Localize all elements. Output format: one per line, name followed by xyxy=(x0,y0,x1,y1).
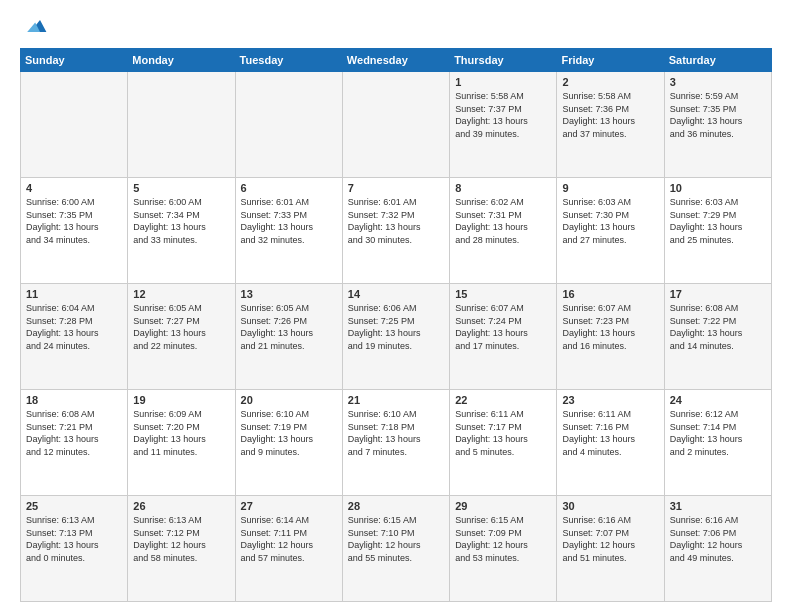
calendar-cell: 17Sunrise: 6:08 AMSunset: 7:22 PMDayligh… xyxy=(664,284,771,390)
page: SundayMondayTuesdayWednesdayThursdayFrid… xyxy=(0,0,792,612)
day-number: 6 xyxy=(241,182,337,194)
calendar-cell: 31Sunrise: 6:16 AMSunset: 7:06 PMDayligh… xyxy=(664,496,771,602)
weekday-header-sunday: Sunday xyxy=(21,49,128,72)
calendar-cell: 26Sunrise: 6:13 AMSunset: 7:12 PMDayligh… xyxy=(128,496,235,602)
calendar-cell: 2Sunrise: 5:58 AMSunset: 7:36 PMDaylight… xyxy=(557,72,664,178)
calendar-cell: 1Sunrise: 5:58 AMSunset: 7:37 PMDaylight… xyxy=(450,72,557,178)
calendar-week-5: 25Sunrise: 6:13 AMSunset: 7:13 PMDayligh… xyxy=(21,496,772,602)
day-number: 27 xyxy=(241,500,337,512)
day-number: 25 xyxy=(26,500,122,512)
day-info: Sunrise: 6:13 AMSunset: 7:12 PMDaylight:… xyxy=(133,514,229,564)
day-info: Sunrise: 6:03 AMSunset: 7:30 PMDaylight:… xyxy=(562,196,658,246)
calendar-cell: 3Sunrise: 5:59 AMSunset: 7:35 PMDaylight… xyxy=(664,72,771,178)
calendar-cell: 16Sunrise: 6:07 AMSunset: 7:23 PMDayligh… xyxy=(557,284,664,390)
calendar-cell: 25Sunrise: 6:13 AMSunset: 7:13 PMDayligh… xyxy=(21,496,128,602)
calendar-week-4: 18Sunrise: 6:08 AMSunset: 7:21 PMDayligh… xyxy=(21,390,772,496)
calendar-cell: 11Sunrise: 6:04 AMSunset: 7:28 PMDayligh… xyxy=(21,284,128,390)
calendar-cell: 15Sunrise: 6:07 AMSunset: 7:24 PMDayligh… xyxy=(450,284,557,390)
logo-icon xyxy=(24,16,48,40)
day-info: Sunrise: 5:59 AMSunset: 7:35 PMDaylight:… xyxy=(670,90,766,140)
calendar-cell xyxy=(21,72,128,178)
day-info: Sunrise: 6:08 AMSunset: 7:22 PMDaylight:… xyxy=(670,302,766,352)
calendar-cell: 22Sunrise: 6:11 AMSunset: 7:17 PMDayligh… xyxy=(450,390,557,496)
day-info: Sunrise: 6:11 AMSunset: 7:17 PMDaylight:… xyxy=(455,408,551,458)
day-number: 31 xyxy=(670,500,766,512)
day-number: 1 xyxy=(455,76,551,88)
day-number: 26 xyxy=(133,500,229,512)
day-number: 13 xyxy=(241,288,337,300)
day-number: 17 xyxy=(670,288,766,300)
day-info: Sunrise: 6:07 AMSunset: 7:23 PMDaylight:… xyxy=(562,302,658,352)
day-number: 20 xyxy=(241,394,337,406)
header xyxy=(20,16,772,40)
calendar-cell: 27Sunrise: 6:14 AMSunset: 7:11 PMDayligh… xyxy=(235,496,342,602)
day-number: 28 xyxy=(348,500,444,512)
calendar-cell: 6Sunrise: 6:01 AMSunset: 7:33 PMDaylight… xyxy=(235,178,342,284)
calendar-week-3: 11Sunrise: 6:04 AMSunset: 7:28 PMDayligh… xyxy=(21,284,772,390)
calendar-cell: 8Sunrise: 6:02 AMSunset: 7:31 PMDaylight… xyxy=(450,178,557,284)
day-info: Sunrise: 6:09 AMSunset: 7:20 PMDaylight:… xyxy=(133,408,229,458)
day-number: 24 xyxy=(670,394,766,406)
weekday-header-row: SundayMondayTuesdayWednesdayThursdayFrid… xyxy=(21,49,772,72)
day-info: Sunrise: 6:16 AMSunset: 7:06 PMDaylight:… xyxy=(670,514,766,564)
day-info: Sunrise: 6:16 AMSunset: 7:07 PMDaylight:… xyxy=(562,514,658,564)
calendar-cell: 9Sunrise: 6:03 AMSunset: 7:30 PMDaylight… xyxy=(557,178,664,284)
calendar-cell xyxy=(128,72,235,178)
day-info: Sunrise: 6:15 AMSunset: 7:09 PMDaylight:… xyxy=(455,514,551,564)
day-number: 29 xyxy=(455,500,551,512)
calendar-cell: 10Sunrise: 6:03 AMSunset: 7:29 PMDayligh… xyxy=(664,178,771,284)
day-number: 18 xyxy=(26,394,122,406)
day-number: 11 xyxy=(26,288,122,300)
weekday-header-monday: Monday xyxy=(128,49,235,72)
calendar-cell: 24Sunrise: 6:12 AMSunset: 7:14 PMDayligh… xyxy=(664,390,771,496)
day-number: 23 xyxy=(562,394,658,406)
day-info: Sunrise: 6:12 AMSunset: 7:14 PMDaylight:… xyxy=(670,408,766,458)
day-info: Sunrise: 6:05 AMSunset: 7:26 PMDaylight:… xyxy=(241,302,337,352)
day-info: Sunrise: 6:11 AMSunset: 7:16 PMDaylight:… xyxy=(562,408,658,458)
weekday-header-tuesday: Tuesday xyxy=(235,49,342,72)
calendar-cell: 29Sunrise: 6:15 AMSunset: 7:09 PMDayligh… xyxy=(450,496,557,602)
calendar-cell: 23Sunrise: 6:11 AMSunset: 7:16 PMDayligh… xyxy=(557,390,664,496)
weekday-header-friday: Friday xyxy=(557,49,664,72)
weekday-header-saturday: Saturday xyxy=(664,49,771,72)
day-info: Sunrise: 5:58 AMSunset: 7:37 PMDaylight:… xyxy=(455,90,551,140)
day-number: 5 xyxy=(133,182,229,194)
day-number: 21 xyxy=(348,394,444,406)
calendar-cell: 13Sunrise: 6:05 AMSunset: 7:26 PMDayligh… xyxy=(235,284,342,390)
day-info: Sunrise: 6:08 AMSunset: 7:21 PMDaylight:… xyxy=(26,408,122,458)
day-info: Sunrise: 6:10 AMSunset: 7:19 PMDaylight:… xyxy=(241,408,337,458)
calendar-cell: 4Sunrise: 6:00 AMSunset: 7:35 PMDaylight… xyxy=(21,178,128,284)
calendar-cell: 28Sunrise: 6:15 AMSunset: 7:10 PMDayligh… xyxy=(342,496,449,602)
day-number: 15 xyxy=(455,288,551,300)
day-info: Sunrise: 6:06 AMSunset: 7:25 PMDaylight:… xyxy=(348,302,444,352)
calendar-cell: 7Sunrise: 6:01 AMSunset: 7:32 PMDaylight… xyxy=(342,178,449,284)
calendar-cell: 21Sunrise: 6:10 AMSunset: 7:18 PMDayligh… xyxy=(342,390,449,496)
day-number: 30 xyxy=(562,500,658,512)
day-number: 16 xyxy=(562,288,658,300)
day-number: 4 xyxy=(26,182,122,194)
calendar-cell: 19Sunrise: 6:09 AMSunset: 7:20 PMDayligh… xyxy=(128,390,235,496)
logo xyxy=(20,16,48,40)
calendar-cell: 18Sunrise: 6:08 AMSunset: 7:21 PMDayligh… xyxy=(21,390,128,496)
day-info: Sunrise: 6:00 AMSunset: 7:35 PMDaylight:… xyxy=(26,196,122,246)
day-number: 10 xyxy=(670,182,766,194)
day-number: 14 xyxy=(348,288,444,300)
day-number: 9 xyxy=(562,182,658,194)
calendar-cell xyxy=(235,72,342,178)
calendar-cell: 12Sunrise: 6:05 AMSunset: 7:27 PMDayligh… xyxy=(128,284,235,390)
day-info: Sunrise: 6:01 AMSunset: 7:32 PMDaylight:… xyxy=(348,196,444,246)
day-info: Sunrise: 6:05 AMSunset: 7:27 PMDaylight:… xyxy=(133,302,229,352)
day-info: Sunrise: 6:00 AMSunset: 7:34 PMDaylight:… xyxy=(133,196,229,246)
day-info: Sunrise: 6:02 AMSunset: 7:31 PMDaylight:… xyxy=(455,196,551,246)
weekday-header-wednesday: Wednesday xyxy=(342,49,449,72)
day-info: Sunrise: 6:07 AMSunset: 7:24 PMDaylight:… xyxy=(455,302,551,352)
calendar-cell: 20Sunrise: 6:10 AMSunset: 7:19 PMDayligh… xyxy=(235,390,342,496)
weekday-header-thursday: Thursday xyxy=(450,49,557,72)
day-number: 7 xyxy=(348,182,444,194)
day-number: 8 xyxy=(455,182,551,194)
calendar-cell: 5Sunrise: 6:00 AMSunset: 7:34 PMDaylight… xyxy=(128,178,235,284)
day-info: Sunrise: 6:13 AMSunset: 7:13 PMDaylight:… xyxy=(26,514,122,564)
day-number: 22 xyxy=(455,394,551,406)
day-info: Sunrise: 6:10 AMSunset: 7:18 PMDaylight:… xyxy=(348,408,444,458)
calendar-table: SundayMondayTuesdayWednesdayThursdayFrid… xyxy=(20,48,772,602)
